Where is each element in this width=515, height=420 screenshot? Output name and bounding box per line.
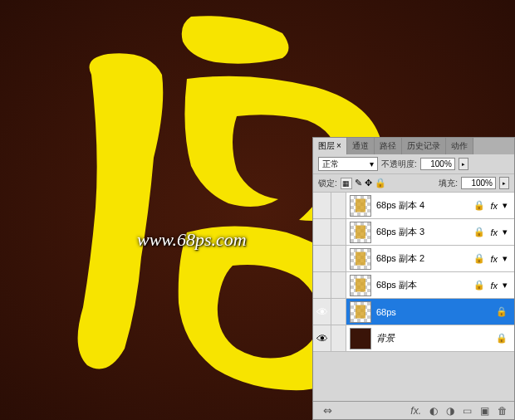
fill-flyout-button[interactable]: ▸ <box>499 177 509 189</box>
move-lock-icon[interactable]: ✥ <box>365 178 372 188</box>
link-column[interactable] <box>331 272 346 298</box>
visibility-toggle[interactable] <box>313 272 331 298</box>
layers-list: 68ps 副本 4 🔒 fx▾ 68ps 副本 3 🔒 fx▾ 68ps 副本 … <box>313 193 514 401</box>
chevron-down-icon[interactable]: ▾ <box>503 280 508 291</box>
mask-icon[interactable]: ◐ <box>429 405 438 417</box>
visibility-toggle[interactable]: 👁 <box>313 325 331 351</box>
chevron-down-icon: ▾ <box>370 159 374 168</box>
link-column[interactable] <box>331 299 346 325</box>
lock-icon: 🔒 <box>473 200 485 211</box>
chevron-down-icon[interactable]: ▾ <box>503 227 508 237</box>
chevron-down-icon[interactable]: ▾ <box>503 200 508 211</box>
layer-status-icons: 🔒 fx▾ <box>473 253 514 264</box>
watermark-text: www.68ps.com <box>137 229 247 251</box>
link-column[interactable] <box>331 246 346 271</box>
tab-history[interactable]: 历史记录 <box>402 138 446 154</box>
tab-layers[interactable]: 图层× <box>313 138 347 154</box>
fx-badge[interactable]: fx <box>490 227 498 237</box>
layer-row[interactable]: 68ps 副本 🔒 fx▾ <box>313 272 514 299</box>
layer-name-label[interactable]: 68ps 副本 4 <box>376 199 473 212</box>
lock-icon: 🔒 <box>496 333 508 344</box>
lock-controls: ▦ ✎ ✥ 🔒 <box>341 178 386 189</box>
layers-panel: 图层× 通道 路径 历史记录 动作 正常▾ 不透明度: 100% ▸ 锁定: ▦… <box>312 137 515 420</box>
layer-thumbnail[interactable] <box>350 195 371 217</box>
fx-badge[interactable]: fx <box>490 201 498 211</box>
layer-row[interactable]: 68ps 副本 3 🔒 fx▾ <box>313 219 514 246</box>
layer-thumbnail[interactable] <box>350 301 371 323</box>
layer-row[interactable]: 👁 背景 🔒 <box>313 325 514 352</box>
visibility-toggle[interactable]: 👁 <box>313 299 331 325</box>
lock-icon: 🔒 <box>496 306 508 317</box>
layer-name-label[interactable]: 背景 <box>376 332 496 344</box>
layer-thumbnail[interactable] <box>350 275 371 296</box>
visibility-toggle[interactable] <box>313 219 331 245</box>
tab-paths[interactable]: 路径 <box>375 138 402 154</box>
close-icon[interactable]: × <box>336 141 341 150</box>
layer-thumbnail[interactable] <box>350 222 371 243</box>
layer-row[interactable]: 68ps 副本 2 🔒 fx▾ <box>313 246 514 272</box>
tab-actions[interactable]: 动作 <box>446 138 473 154</box>
layer-row[interactable]: 👁 68ps 🔒 <box>313 299 514 325</box>
fx-icon[interactable]: fx. <box>410 405 421 417</box>
layer-name-label[interactable]: 68ps 副本 3 <box>376 226 473 238</box>
link-layers-icon[interactable]: ⇔ <box>323 404 332 417</box>
link-column[interactable] <box>331 193 346 218</box>
lock-icon: 🔒 <box>473 253 485 264</box>
layer-status-icons: 🔒 fx▾ <box>473 280 514 291</box>
brush-icon[interactable]: ✎ <box>355 178 362 188</box>
adjustment-layer-icon[interactable]: ◑ <box>446 405 454 417</box>
layer-status-icons: 🔒 <box>496 306 514 317</box>
lock-transparency-icon[interactable]: ▦ <box>341 178 352 189</box>
group-icon[interactable]: ▭ <box>463 405 472 417</box>
chevron-down-icon[interactable]: ▾ <box>503 253 508 264</box>
lock-all-icon[interactable]: 🔒 <box>375 178 386 188</box>
visibility-toggle[interactable] <box>313 193 331 218</box>
fill-input[interactable]: 100% <box>461 177 496 189</box>
opacity-flyout-button[interactable]: ▸ <box>459 158 468 170</box>
layer-name-label[interactable]: 68ps 副本 2 <box>376 252 473 265</box>
lock-icon: 🔒 <box>473 280 485 291</box>
lock-label: 锁定: <box>318 178 337 189</box>
lock-icon: 🔒 <box>473 227 485 237</box>
blend-mode-select[interactable]: 正常▾ <box>318 157 378 171</box>
layer-row[interactable]: 68ps 副本 4 🔒 fx▾ <box>313 193 514 219</box>
link-column[interactable] <box>331 325 346 351</box>
layers-bottom-toolbar: ⇔ fx. ◐ ◑ ▭ ▣ 🗑 <box>313 401 514 419</box>
link-column[interactable] <box>331 219 346 245</box>
layer-thumbnail[interactable] <box>350 248 371 270</box>
layer-name-label[interactable]: 68ps <box>376 307 496 317</box>
layer-thumbnail[interactable] <box>350 328 371 349</box>
tab-channels[interactable]: 通道 <box>347 138 375 154</box>
panel-tabs: 图层× 通道 路径 历史记录 动作 <box>313 138 514 154</box>
new-layer-icon[interactable]: ▣ <box>480 405 489 417</box>
trash-icon[interactable]: 🗑 <box>498 405 508 417</box>
opacity-input[interactable]: 100% <box>420 158 455 170</box>
layer-status-icons: 🔒 fx▾ <box>473 200 514 211</box>
layer-status-icons: 🔒 <box>496 333 514 344</box>
fx-badge[interactable]: fx <box>490 254 498 264</box>
opacity-label: 不透明度: <box>381 159 417 170</box>
fx-badge[interactable]: fx <box>490 281 498 291</box>
fill-label: 填充: <box>439 178 458 189</box>
layer-status-icons: 🔒 fx▾ <box>473 227 514 237</box>
visibility-toggle[interactable] <box>313 246 331 271</box>
layer-name-label[interactable]: 68ps 副本 <box>376 279 473 291</box>
